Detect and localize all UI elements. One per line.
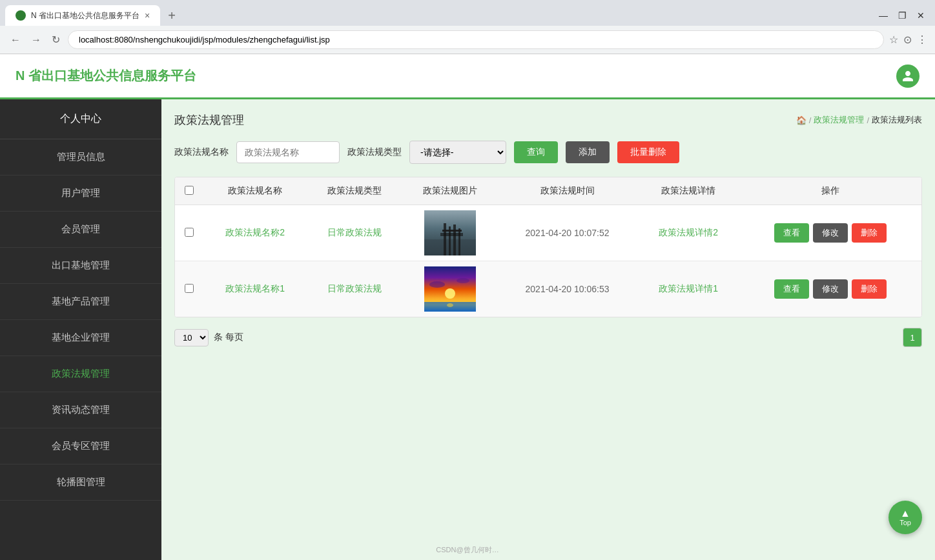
breadcrumb-current: 政策法规列表 [872,114,922,126]
td-image-1 [402,205,498,261]
address-bar: ← → ↻ ☆ ⊙ ⋮ [0,26,935,54]
query-button[interactable]: 查询 [514,141,558,163]
back-to-top-button[interactable]: ▲ Top [889,501,922,534]
active-tab: N 省出口基地公共信息服务平台 × [5,5,160,26]
edit-button-2[interactable]: 修改 [813,279,848,299]
td-checkbox-2 [175,261,203,317]
td-actions-1: 查看 修改 删除 [740,205,921,261]
pagination: 1 [903,328,922,347]
td-time-2: 2021-04-20 10:06:53 [498,261,637,317]
sidebar-item-admin-info[interactable]: 管理员信息 [0,139,161,175]
td-image-2 [402,261,498,317]
breadcrumb-policy-link[interactable]: 政策法规管理 [814,114,864,126]
new-tab-button[interactable]: + [163,8,181,23]
td-actions-2: 查看 修改 删除 [740,261,921,317]
image-sunset [424,266,476,312]
svg-point-9 [445,288,455,299]
policy-table: 政策法规名称 政策法规类型 政策法规图片 政策法规时间 政策法规详情 操作 政策 [175,177,921,317]
menu-icon[interactable]: ⋮ [917,34,927,46]
td-detail-1[interactable]: 政策法规详情2 [637,205,740,261]
edit-button-1[interactable]: 修改 [813,223,848,243]
search-type-select[interactable]: -请选择- 日常政策法规 其他 [409,141,506,164]
svg-rect-5 [458,228,460,255]
user-avatar[interactable] [896,65,920,88]
sidebar-item-member-zone-mgmt[interactable]: 会员专区管理 [0,428,161,465]
page-header: 政策法规管理 🏠 / 政策法规管理 / 政策法规列表 [174,112,922,128]
th-checkbox [175,177,203,205]
breadcrumb: 🏠 / 政策法规管理 / 政策法规列表 [796,114,922,126]
address-input[interactable] [68,30,884,49]
window-minimize[interactable]: — [879,10,888,21]
table-row: 政策法规名称1 日常政策法规 [175,261,921,317]
sidebar-item-base-product-mgmt[interactable]: 基地产品管理 [0,284,161,320]
td-name-1[interactable]: 政策法规名称2 [203,205,306,261]
search-type-label: 政策法规类型 [347,146,402,158]
row-checkbox-1[interactable] [185,228,194,237]
th-image: 政策法规图片 [402,177,498,205]
page-button-1[interactable]: 1 [903,328,922,347]
browser-chrome: N 省出口基地公共信息服务平台 × + — ❐ ✕ ← → ↻ ☆ ⊙ ⋮ [0,0,935,54]
th-type: 政策法规类型 [307,177,402,205]
sidebar: 个人中心 管理员信息 用户管理 会员管理 出口基地管理 基地产品管理 基地企业管… [0,99,161,560]
tab-title: N 省出口基地公共信息服务平台 [31,10,139,21]
add-button[interactable]: 添加 [566,141,610,163]
svg-point-11 [457,278,469,283]
search-bar: 政策法规名称 政策法规类型 -请选择- 日常政策法规 其他 查询 添加 批量删除 [174,141,922,164]
back-button[interactable]: ← [8,32,23,48]
sidebar-item-base-enterprise-mgmt[interactable]: 基地企业管理 [0,320,161,356]
breadcrumb-sep1: / [809,115,812,125]
td-name-2[interactable]: 政策法规名称1 [203,261,306,317]
sidebar-item-policy-mgmt[interactable]: 政策法规管理 [0,356,161,392]
svg-rect-2 [444,223,446,255]
th-action: 操作 [740,177,921,205]
table-row: 政策法规名称2 日常政策法规 [175,205,921,261]
td-detail-2[interactable]: 政策法规详情1 [637,261,740,317]
th-name: 政策法规名称 [203,177,306,205]
sidebar-item-user-mgmt[interactable]: 用户管理 [0,175,161,212]
account-icon[interactable]: ⊙ [903,34,912,46]
svg-rect-4 [453,225,456,255]
view-button-2[interactable]: 查看 [774,279,809,299]
pagination-area: 10 20 50 条 每页 1 [174,328,922,347]
breadcrumb-sep2: / [867,115,869,125]
sidebar-title: 个人中心 [0,99,161,139]
watermark: CSDN@曾几何时… [436,545,498,555]
sidebar-item-export-base-mgmt[interactable]: 出口基地管理 [0,248,161,284]
select-all-checkbox[interactable] [185,186,194,195]
back-to-top-arrow: ▲ [900,508,910,519]
sidebar-item-news-mgmt[interactable]: 资讯动态管理 [0,392,161,428]
per-page-label: 条 每页 [214,332,243,343]
delete-button-2[interactable]: 删除 [852,279,887,299]
breadcrumb-home[interactable]: 🏠 [796,115,807,125]
content-area: 个人中心 管理员信息 用户管理 会员管理 出口基地管理 基地产品管理 基地企业管… [0,99,935,560]
tab-close-button[interactable]: × [145,10,150,21]
app-header: N 省出口基地公共信息服务平台 [0,54,935,99]
svg-rect-7 [440,233,463,236]
table-container: 政策法规名称 政策法规类型 政策法规图片 政策法规时间 政策法规详情 操作 政策 [174,177,922,317]
image-pier [424,210,476,255]
delete-button-1[interactable]: 删除 [852,223,887,243]
table-header-row: 政策法规名称 政策法规类型 政策法规图片 政策法规时间 政策法规详情 操作 [175,177,921,205]
tab-bar: N 省出口基地公共信息服务平台 × + — ❐ ✕ [0,0,935,26]
row-checkbox-2[interactable] [185,284,194,293]
search-name-label: 政策法规名称 [174,146,229,158]
window-controls: — ❐ ✕ [879,10,930,21]
forward-button[interactable]: → [28,32,44,48]
th-detail: 政策法规详情 [637,177,740,205]
refresh-button[interactable]: ↻ [49,31,63,48]
page-title: 政策法规管理 [174,112,244,128]
search-name-input[interactable] [236,141,340,163]
batch-delete-button[interactable]: 批量删除 [617,141,679,163]
window-close[interactable]: ✕ [917,10,925,21]
window-maximize[interactable]: ❐ [898,10,907,21]
sidebar-item-banner-mgmt[interactable]: 轮播图管理 [0,465,161,501]
td-time-1: 2021-04-20 10:07:52 [498,205,637,261]
per-page-select[interactable]: 10 20 50 [174,329,209,346]
svg-rect-6 [442,230,462,232]
td-type-2: 日常政策法规 [307,261,402,317]
bookmark-icon[interactable]: ☆ [889,34,898,46]
td-checkbox-1 [175,205,203,261]
app-logo: N 省出口基地公共信息服务平台 [15,67,896,85]
sidebar-item-member-mgmt[interactable]: 会员管理 [0,212,161,248]
view-button-1[interactable]: 查看 [774,223,809,243]
